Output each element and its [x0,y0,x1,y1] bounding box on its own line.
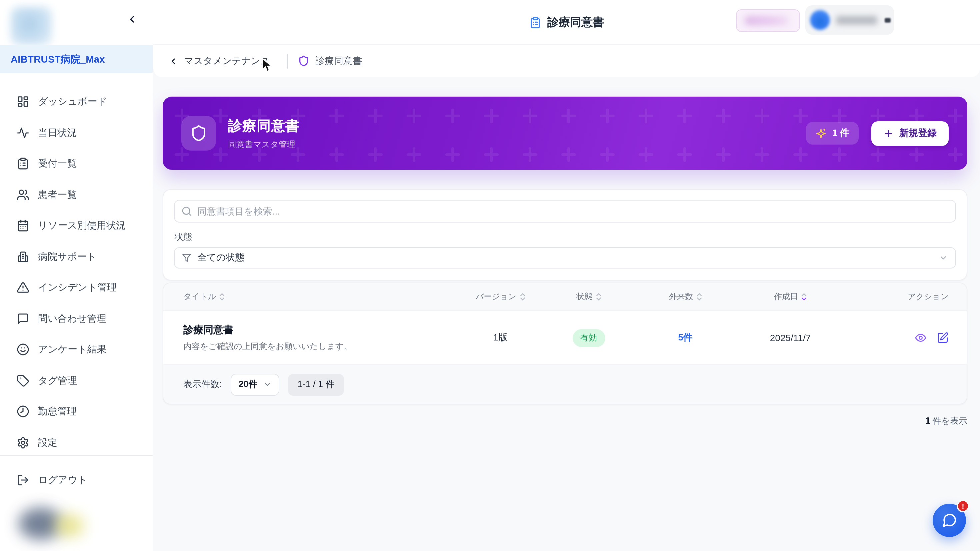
column-label: 状態 [576,291,592,302]
sidebar-item-reception-list[interactable]: 受付一覧 [7,149,146,179]
banner-text: 診療同意書 同意書マスタ管理 [228,116,300,150]
column-header-created-date[interactable]: 作成日 [732,291,849,302]
table-row[interactable]: 診療同意書 内容をご確認の上同意をお願いいたします。 1版 有効 5件 2025… [163,311,967,364]
sidebar-item-attendance-management[interactable]: 勤怠管理 [7,397,146,426]
page-banner: 診療同意書 同意書マスタ管理 1 件 新規登録 [163,97,967,170]
sidebar-item-label: インシデント管理 [38,281,117,294]
status-filter-select[interactable]: 全ての状態 [174,247,956,268]
per-page-label: 表示件数: [183,378,222,391]
status-filter-value: 全ての状態 [197,252,244,264]
logout-label: ログアウト [38,474,88,486]
consent-description: 内容をご確認の上同意をお願いいたします。 [183,341,462,352]
sidebar-item-hospital-support[interactable]: 病院サポート [7,241,146,272]
sidebar-item-label: 設定 [38,436,57,449]
status-filter-label: 状態 [175,231,956,243]
hospital-building-icon [17,250,29,263]
sidebar-nav: ダッシュボード 当日状況 受付一覧 患者一覧 リソース別使用状況 病院サポート [7,87,146,457]
status-cell: 有効 [539,329,639,347]
sidebar-item-label: タグ管理 [38,374,77,387]
content-area: 診療同意書 同意書マスタ管理 1 件 新規登録 [153,77,980,551]
sidebar-item-dashboard[interactable]: ダッシュボード [7,87,146,117]
sidebar-item-survey-results[interactable]: アンケート結果 [7,335,146,364]
dashboard-icon [17,95,29,108]
sort-arrows-icon [801,293,807,300]
breadcrumb-current: 診療同意書 [298,55,362,67]
breadcrumb: マスタメンテナンス 診療同意書 [153,44,980,77]
plus-icon [883,128,893,138]
shield-icon [190,125,207,142]
record-count-chip[interactable]: 1 件 [807,122,859,144]
sparkles-icon [816,128,827,139]
column-label: 外来数 [669,291,693,302]
column-header-title[interactable]: タイトル [183,291,462,302]
chevron-left-icon [127,14,137,25]
record-count-text: 1 件 [832,127,850,139]
sidebar-hospital-name[interactable]: AIBTRUST病院_Max [0,45,153,73]
sidebar-item-today-status[interactable]: 当日状況 [7,118,146,148]
column-header-status[interactable]: 状態 [539,291,639,302]
column-header-actions: アクション [849,291,949,302]
banner-title: 診療同意書 [228,116,300,135]
row-title-cell: 診療同意書 内容をご確認の上同意をお願いいたします。 [183,324,462,352]
calendar-icon [17,219,29,232]
redacted-pill-content [745,16,789,25]
chat-bubble-icon [941,512,957,528]
smile-icon [17,343,29,356]
chevron-left-icon [169,56,178,66]
status-badge: 有効 [572,329,605,347]
visits-link[interactable]: 5件 [639,332,732,344]
actions-cell [849,332,949,344]
tag-icon [17,374,29,387]
new-registration-label: 新規登録 [899,127,937,139]
sidebar-item-label: 受付一覧 [38,157,77,170]
hospital-logo-blurred [11,7,52,45]
page-title: 診療同意書 [529,0,604,44]
sidebar-item-label: ダッシュボード [38,95,107,108]
banner-shield-chip [181,116,216,151]
per-page-select[interactable]: 20件 [231,373,280,395]
edit-icon[interactable] [937,332,949,344]
sidebar-item-settings[interactable]: 設定 [7,427,146,457]
sidebar-item-label: 問い合わせ管理 [38,312,107,325]
sidebar-item-label: 患者一覧 [38,188,77,201]
app-window: AIBTRUST病院_Max ダッシュボード 当日状況 受付一覧 患者一覧 リソ… [0,0,980,551]
sidebar-bottom-blurred-badge-accent [55,514,84,537]
sidebar-item-label: 勤怠管理 [38,405,77,418]
sidebar-item-resource-usage[interactable]: リソース別使用状況 [7,211,146,241]
sidebar-item-incident-management[interactable]: インシデント管理 [7,273,146,302]
users-icon [17,188,29,201]
sidebar-item-patient-list[interactable]: 患者一覧 [7,179,146,210]
breadcrumb-back-link[interactable]: マスタメンテナンス [169,55,270,67]
top-bar: 診療同意書 [153,0,980,44]
sidebar-item-label: 当日状況 [38,126,77,139]
results-summary: 1件を表示 [925,415,967,427]
column-header-visits[interactable]: 外来数 [639,291,732,302]
header-block: 診療同意書 マスタメンテナンス 診療同意書 [153,0,980,77]
activity-icon [17,126,29,139]
filter-funnel-icon [182,253,191,262]
page-title-text: 診療同意書 [547,15,604,30]
sidebar-item-inquiry-management[interactable]: 問い合わせ管理 [7,303,146,333]
logout-button[interactable]: ログアウト [7,465,146,495]
breadcrumb-separator [287,54,288,68]
search-input[interactable] [197,206,955,216]
table-header-row: タイトル バージョン 状態 外来数 [163,283,967,311]
pagination-range: 1-1 / 1 件 [288,373,344,395]
sort-arrows-icon [220,293,225,300]
column-label: タイトル [183,291,216,302]
notification-badge: ! [957,500,969,512]
chat-fab-button[interactable]: ! [933,504,966,537]
chevron-down-icon [939,253,948,262]
avatar [810,10,830,30]
redacted-pill-button[interactable] [736,10,800,32]
column-label: 作成日 [774,291,798,302]
new-registration-button[interactable]: 新規登録 [871,121,949,146]
column-header-version[interactable]: バージョン [462,291,539,302]
sidebar-collapse-button[interactable] [125,12,139,27]
gear-icon [17,436,29,449]
sidebar-item-label: リソース別使用状況 [38,219,126,232]
account-menu[interactable] [805,5,894,35]
sidebar-item-tag-management[interactable]: タグ管理 [7,365,146,395]
view-icon[interactable] [915,332,927,344]
filter-card: 状態 全ての状態 [163,189,967,281]
